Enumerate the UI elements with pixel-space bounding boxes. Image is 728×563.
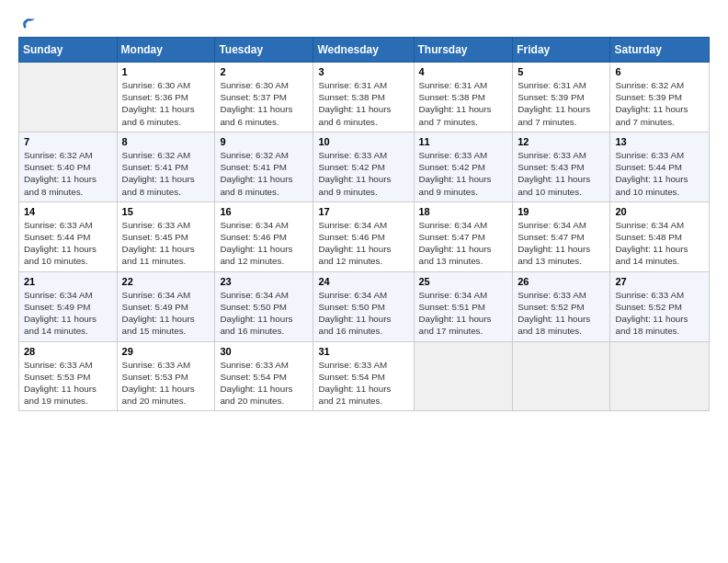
day-info: Sunrise: 6:33 AM Sunset: 5:44 PM Dayligh… bbox=[24, 219, 112, 268]
calendar-cell: 19Sunrise: 6:34 AM Sunset: 5:47 PM Dayli… bbox=[513, 201, 610, 271]
day-number: 7 bbox=[24, 136, 112, 147]
calendar-week-row: 21Sunrise: 6:34 AM Sunset: 5:49 PM Dayli… bbox=[19, 271, 710, 341]
calendar-week-row: 14Sunrise: 6:33 AM Sunset: 5:44 PM Dayli… bbox=[19, 201, 710, 271]
day-info: Sunrise: 6:32 AM Sunset: 5:41 PM Dayligh… bbox=[220, 149, 308, 198]
day-number: 2 bbox=[220, 66, 308, 77]
calendar-cell: 24Sunrise: 6:34 AM Sunset: 5:50 PM Dayli… bbox=[313, 271, 414, 341]
calendar-cell: 9Sunrise: 6:32 AM Sunset: 5:41 PM Daylig… bbox=[215, 132, 313, 201]
day-number: 15 bbox=[122, 206, 210, 217]
day-info: Sunrise: 6:34 AM Sunset: 5:48 PM Dayligh… bbox=[615, 219, 704, 268]
calendar-cell: 29Sunrise: 6:33 AM Sunset: 5:53 PM Dayli… bbox=[117, 341, 215, 411]
calendar-cell: 18Sunrise: 6:34 AM Sunset: 5:47 PM Dayli… bbox=[414, 201, 513, 271]
day-number: 31 bbox=[318, 346, 408, 357]
calendar-cell: 8Sunrise: 6:32 AM Sunset: 5:41 PM Daylig… bbox=[117, 132, 215, 201]
day-info: Sunrise: 6:33 AM Sunset: 5:52 PM Dayligh… bbox=[518, 289, 605, 338]
day-info: Sunrise: 6:31 AM Sunset: 5:39 PM Dayligh… bbox=[518, 79, 605, 128]
calendar-cell: 13Sunrise: 6:33 AM Sunset: 5:44 PM Dayli… bbox=[610, 132, 710, 201]
day-number: 26 bbox=[518, 276, 605, 287]
day-number: 1 bbox=[122, 66, 210, 77]
day-number: 25 bbox=[419, 276, 508, 287]
calendar-cell: 17Sunrise: 6:34 AM Sunset: 5:46 PM Dayli… bbox=[313, 201, 414, 271]
calendar-cell: 16Sunrise: 6:34 AM Sunset: 5:46 PM Dayli… bbox=[215, 201, 313, 271]
calendar-cell bbox=[610, 341, 710, 411]
day-number: 24 bbox=[318, 276, 408, 287]
calendar-cell bbox=[414, 341, 513, 411]
day-number: 5 bbox=[518, 66, 605, 77]
weekday-header: Monday bbox=[117, 38, 215, 63]
calendar-cell bbox=[19, 63, 118, 132]
day-info: Sunrise: 6:34 AM Sunset: 5:49 PM Dayligh… bbox=[122, 289, 210, 338]
day-info: Sunrise: 6:32 AM Sunset: 5:39 PM Dayligh… bbox=[615, 79, 704, 128]
calendar-cell: 14Sunrise: 6:33 AM Sunset: 5:44 PM Dayli… bbox=[19, 201, 118, 271]
day-info: Sunrise: 6:32 AM Sunset: 5:41 PM Dayligh… bbox=[122, 149, 210, 198]
calendar-table: SundayMondayTuesdayWednesdayThursdayFrid… bbox=[18, 37, 710, 411]
calendar-cell: 21Sunrise: 6:34 AM Sunset: 5:49 PM Dayli… bbox=[19, 271, 118, 341]
day-number: 14 bbox=[24, 206, 112, 217]
day-number: 13 bbox=[615, 136, 704, 147]
day-info: Sunrise: 6:33 AM Sunset: 5:53 PM Dayligh… bbox=[24, 359, 112, 408]
calendar-cell: 22Sunrise: 6:34 AM Sunset: 5:49 PM Dayli… bbox=[117, 271, 215, 341]
day-info: Sunrise: 6:34 AM Sunset: 5:51 PM Dayligh… bbox=[419, 289, 508, 338]
calendar-cell: 5Sunrise: 6:31 AM Sunset: 5:39 PM Daylig… bbox=[513, 63, 610, 132]
day-number: 27 bbox=[615, 276, 704, 287]
calendar-cell: 12Sunrise: 6:33 AM Sunset: 5:43 PM Dayli… bbox=[513, 132, 610, 201]
day-number: 28 bbox=[24, 346, 112, 357]
day-info: Sunrise: 6:34 AM Sunset: 5:46 PM Dayligh… bbox=[318, 219, 408, 268]
calendar-cell: 4Sunrise: 6:31 AM Sunset: 5:38 PM Daylig… bbox=[414, 63, 513, 132]
calendar-cell: 7Sunrise: 6:32 AM Sunset: 5:40 PM Daylig… bbox=[19, 132, 118, 201]
day-number: 29 bbox=[122, 346, 210, 357]
day-number: 10 bbox=[318, 136, 408, 147]
day-info: Sunrise: 6:33 AM Sunset: 5:45 PM Dayligh… bbox=[122, 219, 210, 268]
day-number: 19 bbox=[518, 206, 605, 217]
calendar-cell: 15Sunrise: 6:33 AM Sunset: 5:45 PM Dayli… bbox=[117, 201, 215, 271]
day-info: Sunrise: 6:34 AM Sunset: 5:49 PM Dayligh… bbox=[24, 289, 112, 338]
day-info: Sunrise: 6:30 AM Sunset: 5:36 PM Dayligh… bbox=[122, 79, 210, 128]
calendar-cell: 25Sunrise: 6:34 AM Sunset: 5:51 PM Dayli… bbox=[414, 271, 513, 341]
day-info: Sunrise: 6:34 AM Sunset: 5:46 PM Dayligh… bbox=[220, 219, 308, 268]
day-info: Sunrise: 6:31 AM Sunset: 5:38 PM Dayligh… bbox=[318, 79, 408, 128]
day-number: 23 bbox=[220, 276, 308, 287]
calendar-cell: 30Sunrise: 6:33 AM Sunset: 5:54 PM Dayli… bbox=[215, 341, 313, 411]
day-info: Sunrise: 6:33 AM Sunset: 5:54 PM Dayligh… bbox=[220, 359, 308, 408]
logo bbox=[18, 15, 37, 28]
day-number: 11 bbox=[419, 136, 508, 147]
calendar-cell: 2Sunrise: 6:30 AM Sunset: 5:37 PM Daylig… bbox=[215, 63, 313, 132]
day-info: Sunrise: 6:33 AM Sunset: 5:42 PM Dayligh… bbox=[318, 149, 408, 198]
calendar-cell bbox=[513, 341, 610, 411]
page: SundayMondayTuesdayWednesdayThursdayFrid… bbox=[0, 0, 728, 420]
day-info: Sunrise: 6:34 AM Sunset: 5:50 PM Dayligh… bbox=[220, 289, 308, 338]
day-number: 8 bbox=[122, 136, 210, 147]
day-info: Sunrise: 6:32 AM Sunset: 5:40 PM Dayligh… bbox=[24, 149, 112, 198]
logo-bird-icon bbox=[20, 15, 37, 31]
day-info: Sunrise: 6:34 AM Sunset: 5:47 PM Dayligh… bbox=[419, 219, 508, 268]
weekday-header: Tuesday bbox=[215, 38, 313, 63]
day-info: Sunrise: 6:33 AM Sunset: 5:53 PM Dayligh… bbox=[122, 359, 210, 408]
calendar-cell: 28Sunrise: 6:33 AM Sunset: 5:53 PM Dayli… bbox=[19, 341, 118, 411]
calendar-cell: 20Sunrise: 6:34 AM Sunset: 5:48 PM Dayli… bbox=[610, 201, 710, 271]
calendar-cell: 27Sunrise: 6:33 AM Sunset: 5:52 PM Dayli… bbox=[610, 271, 710, 341]
header-row: SundayMondayTuesdayWednesdayThursdayFrid… bbox=[19, 38, 710, 63]
calendar-cell: 10Sunrise: 6:33 AM Sunset: 5:42 PM Dayli… bbox=[313, 132, 414, 201]
day-number: 17 bbox=[318, 206, 408, 217]
calendar-cell: 26Sunrise: 6:33 AM Sunset: 5:52 PM Dayli… bbox=[513, 271, 610, 341]
day-number: 18 bbox=[419, 206, 508, 217]
day-number: 16 bbox=[220, 206, 308, 217]
weekday-header: Saturday bbox=[610, 38, 710, 63]
calendar-cell: 1Sunrise: 6:30 AM Sunset: 5:36 PM Daylig… bbox=[117, 63, 215, 132]
calendar-cell: 3Sunrise: 6:31 AM Sunset: 5:38 PM Daylig… bbox=[313, 63, 414, 132]
day-number: 30 bbox=[220, 346, 308, 357]
day-info: Sunrise: 6:30 AM Sunset: 5:37 PM Dayligh… bbox=[220, 79, 308, 128]
calendar-week-row: 7Sunrise: 6:32 AM Sunset: 5:40 PM Daylig… bbox=[19, 132, 710, 201]
calendar-week-row: 1Sunrise: 6:30 AM Sunset: 5:36 PM Daylig… bbox=[19, 63, 710, 132]
day-info: Sunrise: 6:33 AM Sunset: 5:42 PM Dayligh… bbox=[419, 149, 508, 198]
calendar-cell: 11Sunrise: 6:33 AM Sunset: 5:42 PM Dayli… bbox=[414, 132, 513, 201]
day-info: Sunrise: 6:34 AM Sunset: 5:47 PM Dayligh… bbox=[518, 219, 605, 268]
day-number: 12 bbox=[518, 136, 605, 147]
day-info: Sunrise: 6:31 AM Sunset: 5:38 PM Dayligh… bbox=[419, 79, 508, 128]
day-number: 4 bbox=[419, 66, 508, 77]
day-number: 22 bbox=[122, 276, 210, 287]
day-number: 21 bbox=[24, 276, 112, 287]
day-info: Sunrise: 6:33 AM Sunset: 5:54 PM Dayligh… bbox=[318, 359, 408, 408]
day-info: Sunrise: 6:33 AM Sunset: 5:52 PM Dayligh… bbox=[615, 289, 704, 338]
weekday-header: Thursday bbox=[414, 38, 513, 63]
